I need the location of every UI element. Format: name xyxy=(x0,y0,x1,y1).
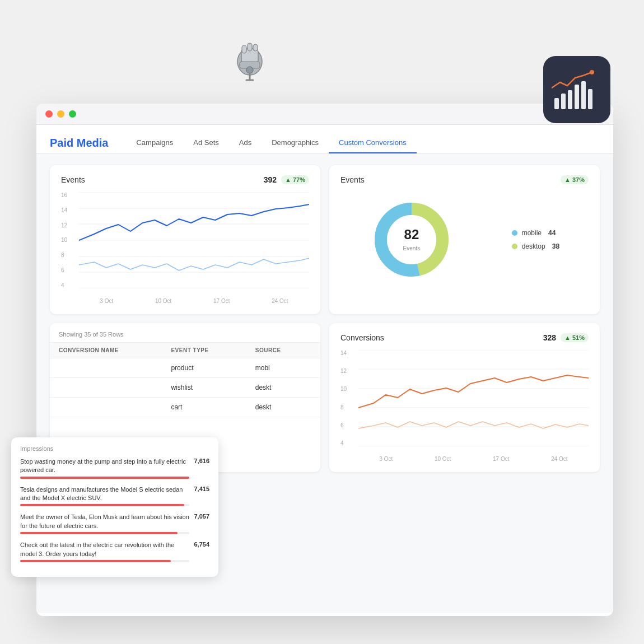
donut-legend: mobile 44 desktop 38 xyxy=(512,229,559,250)
events-line-title: Events xyxy=(61,175,85,184)
conv-svg-area xyxy=(358,350,589,446)
table-row[interactable]: wishlist deskt xyxy=(50,378,320,398)
impression-item-1: Stop wasting money at the pump and step … xyxy=(20,458,209,479)
close-button[interactable] xyxy=(45,110,53,118)
y-axis-labels: 16 14 12 10 8 6 4 xyxy=(61,192,67,288)
imp-text-wrap-3: Meet the owner of Tesla, Elon Musk and l… xyxy=(20,513,189,534)
impressions-card: Impressions Stop wasting money at the pu… xyxy=(11,437,218,577)
donut-area: 82 Events mobile 44 desktop xyxy=(340,192,589,287)
imp-value-1: 7,616 xyxy=(194,458,209,464)
imp-bar-bg-2 xyxy=(20,504,189,506)
conversions-card: Conversions 328 ▲ 51% 14 12 10 8 6 4 xyxy=(329,323,600,472)
imp-text-1: Stop wasting money at the pump and step … xyxy=(20,458,189,475)
impression-item-4: Check out the latest in the electric car… xyxy=(20,541,209,562)
table-showing: Showing 35 of 35 Rows xyxy=(50,323,320,342)
svg-point-7 xyxy=(246,67,253,73)
col-conversion-name: CONVERSION NAME xyxy=(59,347,171,353)
brand-title: Paid Media xyxy=(50,137,108,150)
cell-name-3 xyxy=(59,403,171,411)
legend-mobile-value: 44 xyxy=(548,229,556,237)
cell-name-2 xyxy=(59,384,171,391)
legend-desktop-value: 38 xyxy=(552,242,559,250)
imp-text-wrap-4: Check out the latest in the electric car… xyxy=(20,541,189,562)
imp-value-3: 7,057 xyxy=(194,513,209,520)
imp-text-wrap-1: Stop wasting money at the pump and step … xyxy=(20,458,189,479)
minimize-button[interactable] xyxy=(57,110,64,118)
donut-chart: 82 Events xyxy=(370,198,454,282)
cell-source-2: deskt xyxy=(255,384,311,391)
table-column-headers: CONVERSION NAME EVENT TYPE SOURCE xyxy=(50,342,320,358)
events-line-value: 392 xyxy=(264,175,277,184)
events-line-badge: ▲ 77% xyxy=(281,175,309,184)
imp-bar-2 xyxy=(20,504,184,506)
table-row[interactable]: cart deskt xyxy=(50,398,320,417)
donut-center: 82 Events xyxy=(403,227,421,253)
table-row[interactable]: product mobi xyxy=(50,358,320,378)
top-row: Events 392 ▲ 77% 16 14 12 10 8 6 4 xyxy=(50,165,600,314)
imp-text-3: Meet the owner of Tesla, Elon Musk and l… xyxy=(20,513,189,530)
nav-tabs: Campaigns Ad Sets Ads Demographics Custo… xyxy=(126,133,600,153)
donut-value: 82 xyxy=(403,227,421,242)
conversions-badge: ▲ 51% xyxy=(561,333,589,342)
legend-mobile: mobile 44 xyxy=(512,229,559,237)
conv-y-labels: 14 12 10 8 6 4 xyxy=(340,350,347,446)
cell-source-3: deskt xyxy=(255,403,311,411)
imp-bar-1 xyxy=(20,477,189,479)
conversions-stats: 328 ▲ 51% xyxy=(543,333,589,342)
imp-bar-bg-4 xyxy=(20,560,189,562)
svg-rect-4 xyxy=(242,45,246,53)
imp-text-2: Tesla designs and manufactures the Model… xyxy=(20,486,189,503)
robot-decoration xyxy=(227,31,272,90)
conversions-value: 328 xyxy=(543,333,556,342)
impression-item-3: Meet the owner of Tesla, Elon Musk and l… xyxy=(20,513,209,534)
imp-value-4: 6,754 xyxy=(194,541,209,548)
imp-bar-bg-3 xyxy=(20,532,189,534)
events-line-header: Events 392 ▲ 77% xyxy=(61,175,309,184)
tab-custom-conversions[interactable]: Custom Conversions xyxy=(329,133,417,153)
imp-text-wrap-2: Tesla designs and manufactures the Model… xyxy=(20,486,189,507)
impressions-title: Impressions xyxy=(20,445,209,452)
x-axis-labels: 3 Oct 10 Oct 17 Oct 24 Oct xyxy=(79,298,309,304)
events-line-stats: 392 ▲ 77% xyxy=(264,175,309,184)
app-icon xyxy=(543,56,610,123)
tab-ads[interactable]: Ads xyxy=(229,133,262,153)
legend-desktop-dot xyxy=(512,244,517,249)
legend-mobile-label: mobile xyxy=(522,229,542,237)
conversions-header: Conversions 328 ▲ 51% xyxy=(340,333,589,342)
legend-desktop-label: desktop xyxy=(522,242,545,250)
maximize-button[interactable] xyxy=(69,110,76,118)
col-event-type: EVENT TYPE xyxy=(171,347,255,353)
imp-text-4: Check out the latest in the electric car… xyxy=(20,541,189,558)
conversions-line-chart: 14 12 10 8 6 4 xyxy=(340,350,589,462)
line-chart-svg-area xyxy=(79,192,309,288)
cell-event-3: cart xyxy=(171,403,255,411)
imp-value-2: 7,415 xyxy=(194,486,209,492)
events-donut-badge: ▲ 37% xyxy=(561,175,589,184)
events-donut-title: Events xyxy=(340,175,365,184)
legend-desktop: desktop 38 xyxy=(512,242,559,250)
imp-bar-3 xyxy=(20,532,178,534)
svg-point-0 xyxy=(590,70,594,74)
conv-x-labels: 3 Oct 10 Oct 17 Oct 24 Oct xyxy=(358,456,589,462)
cell-event-1: product xyxy=(171,364,255,372)
legend-mobile-dot xyxy=(512,230,517,236)
col-source: SOURCE xyxy=(255,347,311,353)
tab-adsets[interactable]: Ad Sets xyxy=(183,133,229,153)
tab-campaigns[interactable]: Campaigns xyxy=(126,133,183,153)
donut-label: Events xyxy=(403,245,421,251)
impression-item-2: Tesla designs and manufactures the Model… xyxy=(20,486,209,507)
cell-name-1 xyxy=(59,364,171,372)
imp-bar-4 xyxy=(20,560,171,562)
imp-bar-bg-1 xyxy=(20,477,189,479)
events-donut-card: Events ▲ 37% xyxy=(329,165,600,314)
tab-demographics[interactable]: Demographics xyxy=(262,133,329,153)
svg-rect-5 xyxy=(248,43,252,51)
events-line-card: Events 392 ▲ 77% 16 14 12 10 8 6 4 xyxy=(50,165,320,314)
svg-rect-6 xyxy=(253,44,258,51)
nav-bar: Paid Media Campaigns Ad Sets Ads Demogra… xyxy=(36,125,613,154)
events-donut-header: Events ▲ 37% xyxy=(340,175,589,184)
cell-event-2: wishlist xyxy=(171,384,255,391)
browser-titlebar xyxy=(36,104,613,125)
cell-source-1: mobi xyxy=(255,364,311,372)
events-line-chart: 16 14 12 10 8 6 4 xyxy=(61,192,309,304)
